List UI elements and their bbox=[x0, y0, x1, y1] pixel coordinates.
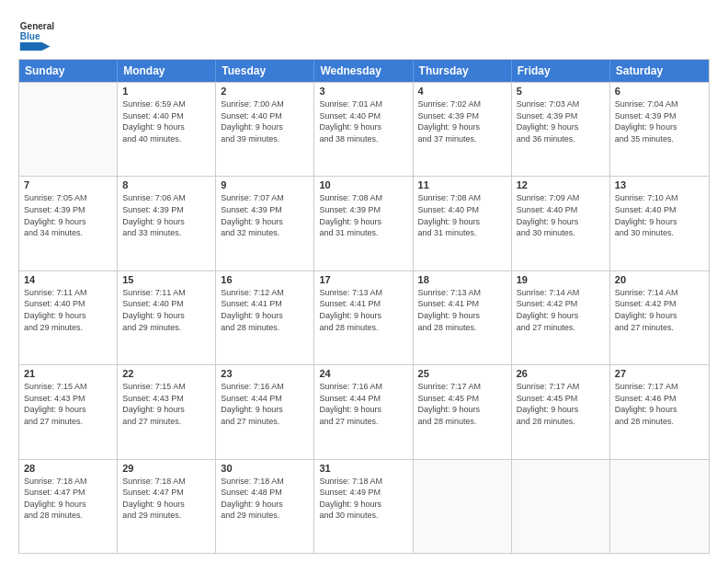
cell-info-line: Sunset: 4:40 PM bbox=[418, 204, 506, 216]
cell-info-line: Sunset: 4:41 PM bbox=[221, 298, 309, 310]
cell-info-line: Sunrise: 7:13 AM bbox=[418, 287, 506, 299]
cell-info-line: and 35 minutes. bbox=[615, 133, 704, 145]
cell-info-line: and 28 minutes. bbox=[517, 416, 605, 428]
cell-info-line: Sunset: 4:39 PM bbox=[221, 204, 309, 216]
cell-info-line: Daylight: 9 hours bbox=[615, 216, 704, 228]
day-cell-7: 7Sunrise: 7:05 AMSunset: 4:39 PMDaylight… bbox=[19, 177, 118, 270]
cell-info-line: Sunrise: 7:18 AM bbox=[221, 476, 309, 488]
cell-info-line: and 27 minutes. bbox=[615, 322, 704, 334]
cell-info-line: Daylight: 9 hours bbox=[221, 499, 309, 511]
day-cell-28: 28Sunrise: 7:18 AMSunset: 4:47 PMDayligh… bbox=[19, 460, 118, 553]
day-cell-25: 25Sunrise: 7:17 AMSunset: 4:45 PMDayligh… bbox=[414, 365, 512, 458]
cell-info-line: Daylight: 9 hours bbox=[122, 121, 210, 133]
cell-info-line: and 34 minutes. bbox=[24, 227, 112, 239]
day-number: 14 bbox=[24, 274, 112, 285]
cell-info-line: Daylight: 9 hours bbox=[24, 310, 112, 322]
day-number: 18 bbox=[418, 274, 506, 285]
logo-icon: General Blue bbox=[18, 15, 55, 52]
cell-info-line: and 29 minutes. bbox=[24, 322, 112, 334]
cell-info-line: Daylight: 9 hours bbox=[221, 404, 309, 416]
cell-info-line: Daylight: 9 hours bbox=[517, 404, 605, 416]
cell-info-line: Daylight: 9 hours bbox=[221, 310, 309, 322]
cell-info-line: Sunrise: 7:13 AM bbox=[319, 287, 407, 299]
calendar-row-3: 21Sunrise: 7:15 AMSunset: 4:43 PMDayligh… bbox=[19, 364, 709, 458]
day-number: 9 bbox=[221, 179, 309, 190]
cell-info-line: Sunrise: 7:02 AM bbox=[418, 98, 506, 110]
empty-cell bbox=[610, 460, 709, 553]
calendar-row-0: 1Sunrise: 6:59 AMSunset: 4:40 PMDaylight… bbox=[19, 82, 709, 176]
day-number: 27 bbox=[615, 368, 704, 379]
header-day-friday: Friday bbox=[512, 60, 610, 82]
calendar-row-1: 7Sunrise: 7:05 AMSunset: 4:39 PMDaylight… bbox=[19, 176, 709, 270]
page: General Blue SundayMondayTuesdayWednesda… bbox=[0, 0, 728, 563]
cell-info-line: Sunrise: 7:16 AM bbox=[221, 381, 309, 393]
cell-info-line: Sunrise: 7:09 AM bbox=[517, 192, 605, 204]
day-cell-16: 16Sunrise: 7:12 AMSunset: 4:41 PMDayligh… bbox=[216, 271, 314, 364]
cell-info-line: Sunset: 4:40 PM bbox=[615, 204, 704, 216]
cell-info-line: Sunset: 4:39 PM bbox=[24, 204, 112, 216]
logo: General Blue bbox=[18, 15, 55, 52]
cell-info-line: and 32 minutes. bbox=[221, 227, 309, 239]
calendar-body: 1Sunrise: 6:59 AMSunset: 4:40 PMDaylight… bbox=[19, 82, 709, 553]
cell-info-line: Sunset: 4:40 PM bbox=[122, 110, 210, 122]
cell-info-line: Daylight: 9 hours bbox=[24, 404, 112, 416]
cell-info-line: and 28 minutes. bbox=[319, 322, 407, 334]
cell-info-line: and 39 minutes. bbox=[221, 133, 309, 145]
day-number: 16 bbox=[221, 274, 309, 285]
day-number: 12 bbox=[517, 179, 605, 190]
cell-info-line: and 29 minutes. bbox=[221, 510, 309, 522]
cell-info-line: Sunset: 4:39 PM bbox=[319, 204, 407, 216]
cell-info-line: and 29 minutes. bbox=[122, 322, 210, 334]
day-cell-29: 29Sunrise: 7:18 AMSunset: 4:47 PMDayligh… bbox=[118, 460, 216, 553]
cell-info-line: and 28 minutes. bbox=[615, 416, 704, 428]
cell-info-line: and 28 minutes. bbox=[24, 510, 112, 522]
day-cell-9: 9Sunrise: 7:07 AMSunset: 4:39 PMDaylight… bbox=[216, 177, 314, 270]
cell-info-line: Daylight: 9 hours bbox=[122, 404, 210, 416]
cell-info-line: Daylight: 9 hours bbox=[418, 216, 506, 228]
cell-info-line: Daylight: 9 hours bbox=[319, 499, 407, 511]
cell-info-line: Sunset: 4:44 PM bbox=[221, 393, 309, 405]
day-number: 22 bbox=[122, 368, 210, 379]
cell-info-line: Sunset: 4:40 PM bbox=[319, 110, 407, 122]
day-number: 20 bbox=[615, 274, 704, 285]
day-number: 28 bbox=[24, 463, 112, 474]
cell-info-line: Daylight: 9 hours bbox=[319, 310, 407, 322]
cell-info-line: Sunrise: 7:16 AM bbox=[319, 381, 407, 393]
cell-info-line: Sunset: 4:39 PM bbox=[418, 110, 506, 122]
cell-info-line: Daylight: 9 hours bbox=[517, 310, 605, 322]
day-number: 30 bbox=[221, 463, 309, 474]
day-number: 8 bbox=[122, 179, 210, 190]
cell-info-line: Sunset: 4:41 PM bbox=[418, 298, 506, 310]
header-day-thursday: Thursday bbox=[414, 60, 512, 82]
cell-info-line: Daylight: 9 hours bbox=[517, 121, 605, 133]
cell-info-line: Sunset: 4:45 PM bbox=[418, 393, 506, 405]
cell-info-line: Sunset: 4:45 PM bbox=[517, 393, 605, 405]
day-cell-21: 21Sunrise: 7:15 AMSunset: 4:43 PMDayligh… bbox=[19, 365, 118, 458]
day-number: 29 bbox=[122, 463, 210, 474]
cell-info-line: Daylight: 9 hours bbox=[319, 121, 407, 133]
cell-info-line: Sunrise: 7:05 AM bbox=[24, 192, 112, 204]
day-number: 4 bbox=[418, 86, 506, 97]
day-cell-12: 12Sunrise: 7:09 AMSunset: 4:40 PMDayligh… bbox=[512, 177, 610, 270]
day-number: 3 bbox=[319, 86, 407, 97]
day-number: 25 bbox=[418, 368, 506, 379]
cell-info-line: and 30 minutes. bbox=[319, 510, 407, 522]
day-cell-14: 14Sunrise: 7:11 AMSunset: 4:40 PMDayligh… bbox=[19, 271, 118, 364]
cell-info-line: Daylight: 9 hours bbox=[615, 404, 704, 416]
day-cell-30: 30Sunrise: 7:18 AMSunset: 4:48 PMDayligh… bbox=[216, 460, 314, 553]
cell-info-line: Sunset: 4:40 PM bbox=[122, 298, 210, 310]
cell-info-line: Sunrise: 7:11 AM bbox=[24, 287, 112, 299]
svg-text:General: General bbox=[20, 21, 54, 31]
day-number: 1 bbox=[122, 86, 210, 97]
cell-info-line: and 31 minutes. bbox=[319, 227, 407, 239]
cell-info-line: Sunset: 4:41 PM bbox=[319, 298, 407, 310]
cell-info-line: and 27 minutes. bbox=[24, 416, 112, 428]
cell-info-line: Sunset: 4:48 PM bbox=[221, 487, 309, 499]
cell-info-line: and 29 minutes. bbox=[122, 510, 210, 522]
day-cell-5: 5Sunrise: 7:03 AMSunset: 4:39 PMDaylight… bbox=[512, 83, 610, 176]
cell-info-line: Daylight: 9 hours bbox=[418, 121, 506, 133]
cell-info-line: Sunset: 4:39 PM bbox=[122, 204, 210, 216]
day-number: 23 bbox=[221, 368, 309, 379]
cell-info-line: Sunset: 4:42 PM bbox=[615, 298, 704, 310]
empty-cell bbox=[512, 460, 610, 553]
